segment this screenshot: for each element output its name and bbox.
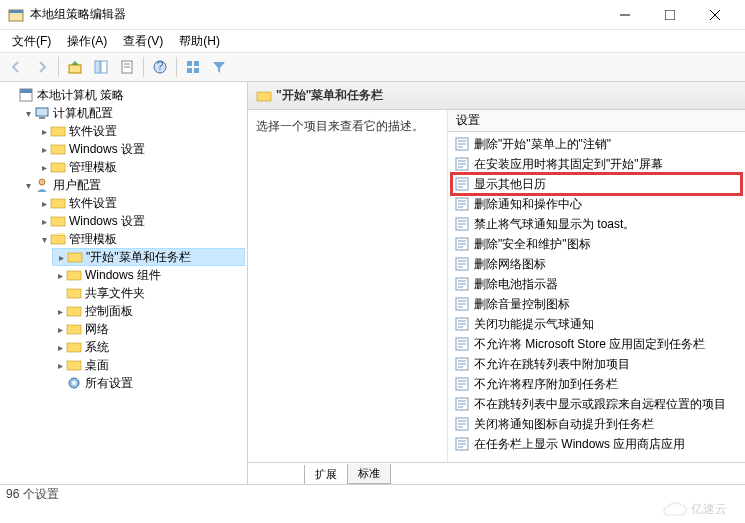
policy-item-label: 删除通知和操作中心 [474, 196, 582, 213]
folder-icon [66, 285, 82, 301]
policy-item[interactable]: 关闭将通知图标自动提升到任务栏 [452, 414, 741, 434]
policy-item[interactable]: 在安装应用时将其固定到"开始"屏幕 [452, 154, 741, 174]
tree-control-panel[interactable]: ▸控制面板 [52, 302, 245, 320]
policy-item[interactable]: 不在跳转列表中显示或跟踪来自远程位置的项目 [452, 394, 741, 414]
expand-icon[interactable]: ▸ [54, 306, 66, 317]
policy-item-label: 不允许将程序附加到任务栏 [474, 376, 618, 393]
expand-icon[interactable]: ▸ [38, 198, 50, 209]
policy-item-label: 不在跳转列表中显示或跟踪来自远程位置的项目 [474, 396, 726, 413]
policy-item-label: 删除电池指示器 [474, 276, 558, 293]
expand-icon[interactable]: ▸ [54, 342, 66, 353]
policy-icon [454, 336, 470, 352]
tree-uc-templates[interactable]: ▾管理模板 [36, 230, 245, 248]
grid-view-button[interactable] [181, 55, 205, 79]
tree-network[interactable]: ▸网络 [52, 320, 245, 338]
status-text: 96 个设置 [6, 486, 59, 503]
tree-label: Windows 设置 [69, 213, 145, 230]
folder-icon [50, 213, 66, 229]
tree-label: 控制面板 [85, 303, 133, 320]
forward-button[interactable] [30, 55, 54, 79]
policy-item[interactable]: 不允许在跳转列表中附加项目 [452, 354, 741, 374]
status-bar: 96 个设置 [0, 484, 745, 504]
menu-view[interactable]: 查看(V) [115, 31, 171, 52]
policy-item[interactable]: 关闭功能提示气球通知 [452, 314, 741, 334]
policy-item[interactable]: 删除网络图标 [452, 254, 741, 274]
tree-desktop[interactable]: ▸桌面 [52, 356, 245, 374]
expand-icon[interactable]: ▸ [38, 216, 50, 227]
tree-uc-windows[interactable]: ▸Windows 设置 [36, 212, 245, 230]
collapse-icon[interactable]: ▾ [22, 180, 34, 191]
maximize-button[interactable] [647, 1, 692, 29]
minimize-button[interactable] [602, 1, 647, 29]
policy-item[interactable]: 禁止将气球通知显示为 toast。 [452, 214, 741, 234]
computer-icon [34, 105, 50, 121]
expand-icon[interactable]: ▸ [38, 144, 50, 155]
svg-rect-30 [67, 271, 81, 280]
expand-icon[interactable]: ▸ [54, 324, 66, 335]
close-button[interactable] [692, 1, 737, 29]
policy-item[interactable]: 删除电池指示器 [452, 274, 741, 294]
toolbar-separator-2 [143, 57, 144, 77]
help-button[interactable]: ? [148, 55, 172, 79]
expand-icon[interactable]: ▸ [38, 126, 50, 137]
tree-label: 所有设置 [85, 375, 133, 392]
folder-icon [50, 159, 66, 175]
description-column: 选择一个项目来查看它的描述。 [248, 110, 448, 462]
navigation-tree[interactable]: 本地计算机 策略 ▾ 计算机配置 ▸软件设置 ▸Windows 设置 [0, 82, 248, 484]
tab-extended[interactable]: 扩展 [304, 465, 348, 484]
policy-icon [454, 176, 470, 192]
policy-item[interactable]: 在任务栏上显示 Windows 应用商店应用 [452, 434, 741, 454]
collapse-icon[interactable]: ▾ [22, 108, 34, 119]
tree-cc-software[interactable]: ▸软件设置 [36, 122, 245, 140]
show-hide-tree-button[interactable] [89, 55, 113, 79]
settings-list[interactable]: 删除"开始"菜单上的"注销"在安装应用时将其固定到"开始"屏幕显示其他日历删除通… [448, 132, 745, 462]
tree-label: 共享文件夹 [85, 285, 145, 302]
up-button[interactable] [63, 55, 87, 79]
tree-system[interactable]: ▸系统 [52, 338, 245, 356]
tree-all-settings[interactable]: 所有设置 [52, 374, 245, 392]
tree-shared-folders[interactable]: 共享文件夹 [52, 284, 245, 302]
back-button[interactable] [4, 55, 28, 79]
policy-item[interactable]: 删除"开始"菜单上的"注销" [452, 134, 741, 154]
list-column-header[interactable]: 设置 [448, 110, 745, 132]
expand-icon[interactable]: ▸ [55, 252, 67, 263]
policy-item[interactable]: 删除通知和操作中心 [452, 194, 741, 214]
policy-item-label: 在安装应用时将其固定到"开始"屏幕 [474, 156, 663, 173]
right-pane-header: "开始"菜单和任务栏 [248, 82, 745, 110]
tree-root[interactable]: 本地计算机 策略 [4, 86, 245, 104]
policy-item[interactable]: 不允许将 Microsoft Store 应用固定到任务栏 [452, 334, 741, 354]
tree-windows-components[interactable]: ▸Windows 组件 [52, 266, 245, 284]
svg-rect-15 [194, 61, 199, 66]
window-titlebar: 本地组策略编辑器 [0, 0, 745, 30]
tree-computer-config[interactable]: ▾ 计算机配置 [20, 104, 245, 122]
folder-icon [66, 267, 82, 283]
policy-item-label: 删除"开始"菜单上的"注销" [474, 136, 611, 153]
svg-rect-27 [51, 217, 65, 226]
policy-item[interactable]: 显示其他日历 [452, 174, 741, 194]
collapse-icon[interactable]: ▾ [38, 234, 50, 245]
menu-file[interactable]: 文件(F) [4, 31, 59, 52]
tree-cc-templates[interactable]: ▸管理模板 [36, 158, 245, 176]
policy-item-label: 不允许在跳转列表中附加项目 [474, 356, 630, 373]
svg-point-37 [72, 381, 76, 385]
policy-item[interactable]: 删除"安全和维护"图标 [452, 234, 741, 254]
filter-button[interactable] [207, 55, 231, 79]
tree-user-config[interactable]: ▾ 用户配置 [20, 176, 245, 194]
properties-button[interactable] [115, 55, 139, 79]
policy-icon [454, 396, 470, 412]
app-icon [8, 7, 24, 23]
expand-icon[interactable]: ▸ [38, 162, 50, 173]
expand-icon[interactable]: ▸ [54, 360, 66, 371]
menu-action[interactable]: 操作(A) [59, 31, 115, 52]
expand-icon[interactable]: ▸ [54, 270, 66, 281]
tree-start-taskbar[interactable]: ▸"开始"菜单和任务栏 [52, 248, 245, 266]
svg-rect-6 [69, 65, 81, 73]
tree-cc-windows[interactable]: ▸Windows 设置 [36, 140, 245, 158]
tree-label: 用户配置 [53, 177, 101, 194]
tree-uc-software[interactable]: ▸软件设置 [36, 194, 245, 212]
menu-help[interactable]: 帮助(H) [171, 31, 228, 52]
tab-standard[interactable]: 标准 [347, 464, 391, 484]
policy-item[interactable]: 删除音量控制图标 [452, 294, 741, 314]
policy-item[interactable]: 不允许将程序附加到任务栏 [452, 374, 741, 394]
folder-icon [66, 339, 82, 355]
